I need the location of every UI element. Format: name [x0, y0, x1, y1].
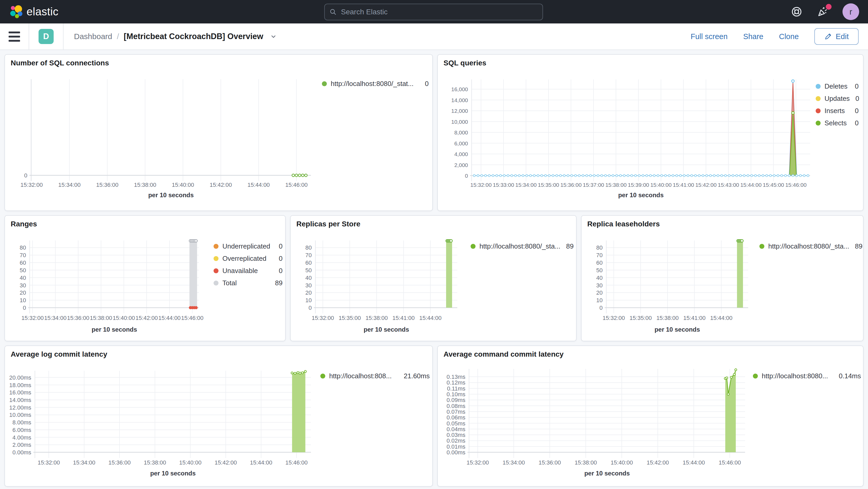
search-icon — [330, 8, 337, 16]
legend-item[interactable]: Inserts0 — [816, 107, 859, 115]
legend-dot-icon — [214, 268, 218, 273]
legend-dot-icon — [320, 374, 325, 378]
svg-text:15:42:00: 15:42:00 — [647, 459, 669, 466]
legend-item[interactable]: http://localhost:808...21.60ms — [320, 372, 430, 380]
svg-text:0.05ms: 0.05ms — [446, 420, 465, 427]
full-screen-button[interactable]: Full screen — [691, 32, 727, 41]
legend-label: Total — [222, 279, 237, 287]
svg-text:per 10 seconds: per 10 seconds — [150, 470, 196, 477]
legend-dot-icon — [471, 244, 475, 249]
legend-item[interactable]: Updates0 — [816, 95, 859, 103]
legend: Deletes0Updates0Inserts0Selects0 — [816, 82, 859, 131]
legend-value: 89 — [849, 242, 863, 250]
legend-label: Underreplicated — [222, 242, 270, 250]
svg-text:80: 80 — [596, 244, 602, 251]
legend: http://localhost:8080...0.14ms — [753, 372, 861, 384]
legend-label: http://localhost:8080... — [762, 372, 828, 380]
legend-value: 0 — [273, 254, 283, 263]
breadcrumb: Dashboard / [Metricbeat CockroachDB] Ove… — [74, 32, 277, 41]
breadcrumb-dashboard-link[interactable]: Dashboard — [74, 32, 112, 41]
svg-text:15:38:00: 15:38:00 — [656, 315, 679, 321]
legend-value: 0 — [273, 242, 283, 250]
legend-label: Inserts — [825, 107, 845, 115]
edit-button-label: Edit — [836, 32, 849, 41]
search-input[interactable] — [340, 7, 538, 17]
help-icon[interactable] — [790, 5, 803, 18]
legend-item[interactable]: Unavailable0 — [214, 267, 283, 275]
svg-text:15:46:00: 15:46:00 — [285, 459, 308, 466]
edit-button[interactable]: Edit — [814, 28, 859, 45]
breadcrumb-separator: / — [117, 32, 119, 41]
svg-text:per 10 seconds: per 10 seconds — [364, 326, 409, 333]
svg-text:16.00ms: 16.00ms — [9, 389, 31, 396]
svg-text:15:38:00: 15:38:00 — [134, 182, 156, 188]
legend-dot-icon — [816, 109, 820, 113]
svg-text:15:46:00: 15:46:00 — [785, 182, 807, 188]
chart-leaseholders[interactable]: 0102030405060708015:32:0015:35:0015:38:0… — [582, 216, 864, 342]
legend-value: 0 — [849, 107, 859, 115]
legend-value: 89 — [560, 242, 574, 250]
svg-text:0.04ms: 0.04ms — [446, 426, 465, 432]
svg-text:15:32:00: 15:32:00 — [312, 315, 334, 321]
svg-text:15:34:00: 15:34:00 — [58, 182, 81, 188]
svg-text:0.13ms: 0.13ms — [446, 374, 465, 380]
svg-text:per 10 seconds: per 10 seconds — [618, 191, 664, 198]
svg-text:80: 80 — [306, 244, 312, 251]
svg-text:4,000: 4,000 — [454, 151, 468, 157]
legend-dot-icon — [816, 84, 820, 89]
chevron-down-icon[interactable] — [270, 33, 277, 40]
svg-text:15:38:00: 15:38:00 — [365, 315, 388, 321]
legend-label: Selects — [825, 119, 847, 127]
svg-text:30: 30 — [596, 282, 602, 289]
svg-text:70: 70 — [20, 252, 26, 258]
chart-cmd_latency[interactable]: 0.00ms0.01ms0.02ms0.03ms0.04ms0.05ms0.06… — [438, 346, 864, 487]
svg-text:10: 10 — [20, 297, 26, 304]
svg-text:60: 60 — [306, 259, 312, 266]
svg-text:0.08ms: 0.08ms — [446, 403, 465, 409]
panel-sql_queries: SQL queries02,0004,0006,0008,00010,00012… — [437, 54, 864, 211]
svg-text:30: 30 — [306, 282, 312, 289]
panel-leaseholders: Replica leaseholders0102030405060708015:… — [581, 215, 864, 341]
legend-item[interactable]: http://localhost:8080/_sta...89 — [760, 242, 861, 250]
chart-sql_connections[interactable]: 015:32:0015:34:0015:36:0015:38:0015:40:0… — [5, 55, 433, 212]
svg-text:15:38:00: 15:38:00 — [90, 315, 112, 321]
svg-text:2.00ms: 2.00ms — [12, 441, 31, 448]
menu-icon[interactable] — [0, 24, 29, 50]
chart-log_latency[interactable]: 0.00ms2.00ms4.00ms6.00ms8.00ms10.00ms12.… — [5, 346, 433, 487]
notification-badge — [826, 4, 832, 10]
svg-text:0.02ms: 0.02ms — [446, 437, 465, 444]
svg-text:50: 50 — [306, 267, 312, 274]
panel-ranges: Ranges0102030405060708015:32:0015:34:001… — [4, 215, 286, 341]
svg-text:per 10 seconds: per 10 seconds — [148, 191, 194, 198]
svg-text:0: 0 — [23, 305, 26, 311]
clone-button[interactable]: Clone — [779, 32, 799, 41]
avatar[interactable]: r — [842, 3, 859, 20]
legend-value: 0 — [849, 82, 859, 90]
svg-text:0.06ms: 0.06ms — [446, 414, 465, 421]
legend-item[interactable]: http://localhost:8080/_sta...89 — [471, 242, 574, 250]
share-button[interactable]: Share — [743, 32, 763, 41]
elastic-logo[interactable]: elastic — [9, 5, 59, 19]
svg-text:0.00ms: 0.00ms — [12, 449, 31, 456]
legend-item[interactable]: Overreplicated0 — [214, 254, 283, 263]
svg-text:15:37:00: 15:37:00 — [583, 182, 604, 188]
svg-text:20: 20 — [596, 289, 602, 296]
svg-text:15:32:00: 15:32:00 — [37, 459, 60, 466]
whats-new-icon[interactable] — [816, 5, 829, 18]
legend-item[interactable]: Underreplicated0 — [214, 242, 283, 250]
dashboard-app-badge[interactable]: D — [38, 29, 54, 44]
legend-item[interactable]: Selects0 — [816, 119, 859, 127]
global-search[interactable] — [324, 4, 543, 20]
legend-item[interactable]: http://localhost:8080/_stat...0 — [322, 80, 429, 88]
svg-text:15:45:00: 15:45:00 — [763, 182, 784, 188]
chart-sql_queries[interactable]: 02,0004,0006,0008,00010,00012,00014,0001… — [438, 55, 864, 212]
legend-item[interactable]: http://localhost:8080...0.14ms — [753, 372, 861, 380]
legend: Underreplicated0Overreplicated0Unavailab… — [214, 242, 283, 291]
legend-item[interactable]: Deletes0 — [816, 82, 859, 90]
svg-text:0.03ms: 0.03ms — [446, 432, 465, 438]
svg-text:15:36:00: 15:36:00 — [108, 459, 131, 466]
chart-replicas[interactable]: 0102030405060708015:32:0015:35:0015:38:0… — [291, 216, 577, 342]
svg-text:8.00ms: 8.00ms — [12, 419, 31, 426]
legend-item[interactable]: Total89 — [214, 279, 283, 287]
svg-text:15:32:00: 15:32:00 — [467, 459, 489, 466]
